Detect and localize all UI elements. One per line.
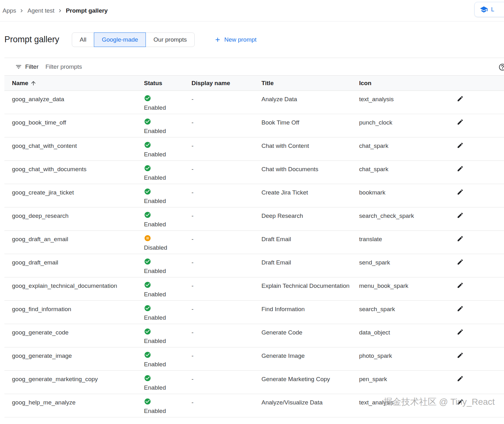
status-label: Enabled: [144, 336, 186, 346]
breadcrumb-apps[interactable]: Apps: [3, 7, 16, 14]
actions-cell: [454, 305, 504, 324]
display-name: -: [192, 141, 261, 160]
edit-button[interactable]: [456, 328, 464, 336]
status-label: Enabled: [144, 406, 186, 415]
breadcrumb-nav: Apps Agent test Prompt gallery: [3, 7, 108, 14]
edit-button[interactable]: [456, 95, 464, 103]
prompt-title: Analyze/Visualize Data: [261, 398, 359, 417]
prompt-icon-name: chat_spark: [359, 141, 454, 160]
table-row[interactable]: goog_help_me_analyze Enabled - Analyze/V…: [4, 394, 504, 417]
prompt-title: Generate Marketing Copy: [261, 375, 359, 394]
tab-our-prompts[interactable]: Our prompts: [146, 32, 195, 47]
table-row[interactable]: goog_chat_with_content Enabled - Chat wi…: [4, 137, 504, 161]
check-circle-icon: [144, 281, 151, 288]
breadcrumb-current: Prompt gallery: [66, 7, 108, 14]
breadcrumb-agent-test[interactable]: Agent test: [27, 7, 54, 14]
check-circle-icon: [144, 328, 151, 335]
prompt-title: Create Jira Ticket: [261, 188, 359, 207]
table-row[interactable]: goog_draft_email Enabled - Draft Email s…: [4, 254, 504, 277]
actions-cell: [454, 398, 504, 417]
prompt-status: Enabled: [144, 188, 192, 207]
prompt-status: Enabled: [144, 165, 192, 184]
prompt-status: Enabled: [144, 211, 192, 230]
edit-button[interactable]: [456, 258, 464, 266]
pencil-icon: [457, 305, 464, 312]
status-label: Enabled: [144, 150, 186, 159]
prompt-name: goog_chat_with_documents: [12, 165, 144, 184]
table-row[interactable]: goog_generate_marketing_copy Enabled - G…: [4, 371, 504, 394]
status-icon: [144, 351, 151, 358]
help-icon[interactable]: [498, 63, 504, 71]
table-row[interactable]: goog_draft_an_email Disabled - Draft Ema…: [4, 231, 504, 254]
column-header-name[interactable]: Name: [12, 80, 144, 87]
prompt-name: goog_create_jira_ticket: [12, 188, 144, 207]
display-name: -: [192, 375, 261, 394]
prompt-name: goog_generate_image: [12, 351, 144, 370]
table-row[interactable]: goog_create_jira_ticket Enabled - Create…: [4, 184, 504, 207]
display-name: -: [192, 351, 261, 370]
edit-button[interactable]: [456, 398, 464, 406]
check-circle-icon: [144, 305, 151, 312]
corner-button[interactable]: L: [474, 2, 504, 17]
column-header-status[interactable]: Status: [144, 80, 192, 87]
filter-icon[interactable]: [15, 63, 22, 70]
column-header-title[interactable]: Title: [261, 80, 359, 87]
table-row[interactable]: goog_chat_with_documents Enabled - Chat …: [4, 161, 504, 184]
display-name: -: [192, 95, 261, 114]
prompt-status: Enabled: [144, 118, 192, 137]
check-circle-icon: [144, 95, 151, 102]
filter-label[interactable]: Filter: [25, 63, 38, 70]
edit-button[interactable]: [456, 165, 464, 173]
actions-cell: [454, 351, 504, 370]
prompt-name: goog_find_information: [12, 305, 144, 324]
edit-button[interactable]: [456, 188, 464, 196]
status-label: Enabled: [144, 383, 186, 392]
table-row[interactable]: goog_generate_image Enabled - Generate I…: [4, 347, 504, 371]
table-row[interactable]: goog_book_time_off Enabled - Book Time O…: [4, 114, 504, 137]
prompt-icon-name: search_check_spark: [359, 211, 454, 230]
edit-button[interactable]: [456, 141, 464, 149]
prompt-title: Analyze Data: [261, 95, 359, 114]
prompt-icon-name: punch_clock: [359, 118, 454, 137]
chevron-right-icon: [57, 8, 63, 14]
pencil-icon: [457, 352, 464, 359]
prompt-title: Chat with Content: [261, 141, 359, 160]
filter-input[interactable]: [45, 63, 178, 70]
prompt-title: Generate Image: [261, 351, 359, 370]
pencil-icon: [457, 95, 464, 102]
prompt-name: goog_book_time_off: [12, 118, 144, 137]
table-row[interactable]: goog_generate_code Enabled - Generate Co…: [4, 324, 504, 347]
breadcrumb: Apps Agent test Prompt gallery L: [0, 0, 504, 21]
display-name: -: [192, 235, 261, 254]
table-row[interactable]: goog_analyze_data Enabled - Analyze Data…: [4, 91, 504, 114]
actions-cell: [454, 95, 504, 114]
tab-google-made[interactable]: Google-made: [94, 32, 146, 47]
prompt-title: Find Information: [261, 305, 359, 324]
edit-button[interactable]: [456, 118, 464, 126]
actions-cell: [454, 165, 504, 184]
table-row[interactable]: goog_find_information Enabled - Find Inf…: [4, 301, 504, 324]
edit-button[interactable]: [456, 351, 464, 359]
prompt-name: goog_draft_an_email: [12, 235, 144, 254]
prompt-name: goog_chat_with_content: [12, 141, 144, 160]
tab-all[interactable]: All: [72, 32, 94, 47]
new-prompt-button[interactable]: New prompt: [214, 36, 256, 43]
prompt-status: Enabled: [144, 375, 192, 394]
new-prompt-label: New prompt: [224, 36, 256, 43]
status-icon: [144, 235, 151, 242]
table-row[interactable]: goog_deep_research Enabled - Deep Resear…: [4, 207, 504, 231]
column-header-display-name[interactable]: Display name: [192, 80, 261, 87]
edit-button[interactable]: [456, 305, 464, 313]
check-circle-icon: [144, 351, 151, 358]
edit-button[interactable]: [456, 235, 464, 243]
prompt-status: Enabled: [144, 141, 192, 160]
edit-button[interactable]: [456, 375, 464, 383]
column-header-icon[interactable]: Icon: [359, 80, 454, 87]
edit-button[interactable]: [456, 211, 464, 219]
status-label: Enabled: [144, 313, 186, 322]
status-label: Enabled: [144, 173, 186, 182]
display-name: -: [192, 258, 261, 277]
table-row[interactable]: goog_explain_technical_documentation Ena…: [4, 277, 504, 301]
edit-button[interactable]: [456, 281, 464, 289]
prompt-status: Enabled: [144, 351, 192, 370]
